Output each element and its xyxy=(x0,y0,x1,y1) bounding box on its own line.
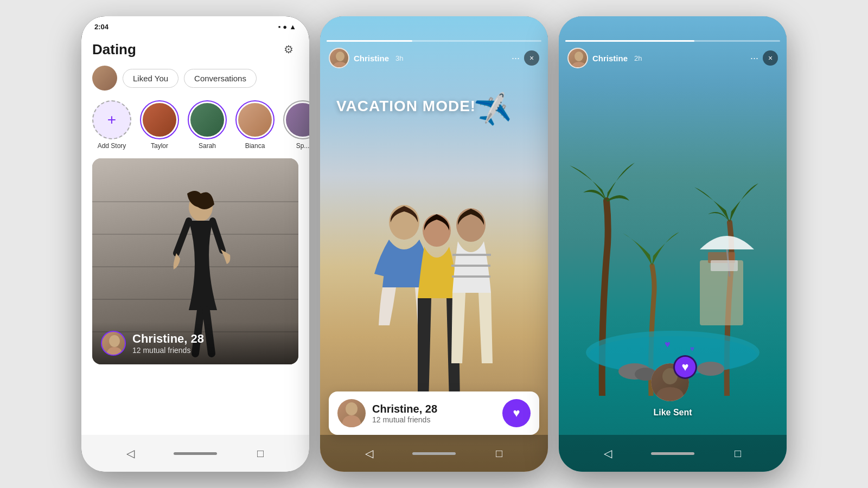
story-username-2: Christine xyxy=(354,54,389,63)
taylor-avatar-ring xyxy=(140,100,179,139)
battery-icon: ▪ xyxy=(278,23,281,31)
phone-1-screen: 2:04 ▪ ● ▲ Dating ⚙ Liked You Conversati… xyxy=(81,16,309,472)
story-user-avatar-3 xyxy=(567,48,588,68)
cabana-svg xyxy=(694,222,760,277)
add-story-avatar[interactable]: + xyxy=(92,100,131,139)
profile-card-bottom-2[interactable]: Christine, 28 12 mutual friends ♥ xyxy=(329,391,539,435)
profile-name-1: Christine, 28 xyxy=(132,332,204,346)
home-pill-3[interactable] xyxy=(651,452,694,455)
story-user-info-2: Christine 3h xyxy=(329,48,403,68)
phone-2: Christine 3h ··· × VACATION MODE! ✈️ xyxy=(320,16,548,472)
add-story-plus-icon: + xyxy=(107,112,116,127)
sarah-label: Sarah xyxy=(199,142,216,150)
dating-title: Dating xyxy=(92,41,136,58)
user-avatar[interactable] xyxy=(92,66,117,91)
story-actions-3: ··· × xyxy=(750,50,778,66)
sp-avatar xyxy=(286,103,309,137)
svg-rect-27 xyxy=(711,260,738,271)
like-sent-overlay: ♥ ♥ ♥ Like Sent xyxy=(559,358,787,418)
bianca-avatar xyxy=(238,103,272,137)
add-story-label: Add Story xyxy=(98,142,126,150)
conversations-tab[interactable]: Conversations xyxy=(184,69,257,88)
story-sp[interactable]: Sp... xyxy=(283,100,309,150)
tabs-row: Liked You Conversations xyxy=(81,63,309,97)
wifi-icon: ▲ xyxy=(289,23,296,31)
svg-line-7 xyxy=(213,221,222,251)
women-figures xyxy=(320,136,548,407)
card-info-2: Christine, 28 12 mutual friends xyxy=(372,403,496,424)
nav-bar-1: ◁ □ xyxy=(81,435,309,472)
profile-info-avatar xyxy=(101,331,126,356)
close-button-3[interactable]: × xyxy=(763,50,778,66)
story-user-avatar-2 xyxy=(329,48,349,68)
back-button-1[interactable]: ◁ xyxy=(119,442,141,464)
svg-point-17 xyxy=(336,52,344,61)
phone-3: Christine 2h ··· × ♥ ♥ xyxy=(559,16,787,472)
story-time-2: 3h xyxy=(395,54,403,62)
profile-info-bar: Christine, 28 12 mutual friends xyxy=(92,322,298,364)
story-sarah[interactable]: Sarah xyxy=(188,100,227,150)
back-button-2[interactable]: ◁ xyxy=(358,442,380,464)
liked-you-tab[interactable]: Liked You xyxy=(123,69,178,88)
phones-container: 2:04 ▪ ● ▲ Dating ⚙ Liked You Conversati… xyxy=(71,0,797,488)
sp-avatar-ring xyxy=(283,100,309,139)
status-icons-1: ▪ ● ▲ xyxy=(278,23,296,31)
taylor-label: Taylor xyxy=(151,142,168,150)
status-time-1: 2:04 xyxy=(94,23,108,31)
story-progress-fill-2 xyxy=(327,40,412,42)
floating-heart-icon-2: ♥ xyxy=(690,344,694,353)
sarah-avatar-ring xyxy=(188,100,227,139)
more-options-button-3[interactable]: ··· xyxy=(750,53,758,64)
palm-trees-svg xyxy=(559,16,787,396)
story-top-bar-2: Christine 3h ··· × xyxy=(320,43,548,73)
taylor-avatar xyxy=(143,103,176,137)
story-actions-2: ··· × xyxy=(512,50,539,66)
signal-icon: ● xyxy=(283,23,287,31)
bianca-avatar-ring xyxy=(235,100,275,139)
square-button-3[interactable]: □ xyxy=(727,442,749,464)
svg-point-28 xyxy=(575,52,583,61)
phone-3-screen: Christine 2h ··· × ♥ ♥ xyxy=(559,16,787,472)
floating-heart-icon: ♥ xyxy=(665,339,671,350)
home-pill-2[interactable] xyxy=(412,452,456,455)
phone-2-screen: Christine 3h ··· × VACATION MODE! ✈️ xyxy=(320,16,548,472)
vacation-mode-text: VACATION MODE! xyxy=(336,98,476,115)
svg-line-6 xyxy=(176,221,189,253)
nav-bar-2: ◁ □ xyxy=(320,435,548,472)
profile-card[interactable]: Christine, 28 12 mutual friends xyxy=(92,158,298,364)
profile-mutual-1: 12 mutual friends xyxy=(132,346,204,355)
card-avatar-2 xyxy=(337,399,366,427)
dating-header: Dating ⚙ xyxy=(81,34,309,63)
nav-bar-3: ◁ □ xyxy=(559,435,787,472)
like-button-2[interactable]: ♥ xyxy=(502,399,531,427)
sarah-avatar xyxy=(190,103,224,137)
status-bar-1: 2:04 ▪ ● ▲ xyxy=(81,16,309,34)
like-sent-avatar-wrap: ♥ ♥ ♥ xyxy=(651,358,694,401)
story-user-info-3: Christine 2h xyxy=(567,48,642,68)
add-story-item[interactable]: + Add Story xyxy=(92,100,131,150)
home-pill-1[interactable] xyxy=(174,452,217,455)
square-button-1[interactable]: □ xyxy=(250,442,271,464)
story-progress-2 xyxy=(327,40,541,42)
svg-point-18 xyxy=(346,402,358,415)
like-sent-label: Like Sent xyxy=(653,408,692,418)
like-sent-heart-button: ♥ xyxy=(673,355,697,379)
story-time-3: 2h xyxy=(634,54,642,62)
settings-button[interactable]: ⚙ xyxy=(279,40,298,59)
svg-point-10 xyxy=(109,335,120,347)
sp-label: Sp... xyxy=(296,142,309,150)
phone-1: 2:04 ▪ ● ▲ Dating ⚙ Liked You Conversati… xyxy=(81,16,309,472)
profile-info-text: Christine, 28 12 mutual friends xyxy=(132,332,204,355)
card-mutual-2: 12 mutual friends xyxy=(372,415,496,424)
story-bianca[interactable]: Bianca xyxy=(235,100,275,150)
more-options-button-2[interactable]: ··· xyxy=(512,53,520,64)
bianca-label: Bianca xyxy=(245,142,265,150)
square-button-2[interactable]: □ xyxy=(488,442,510,464)
back-button-3[interactable]: ◁ xyxy=(597,442,618,464)
story-taylor[interactable]: Taylor xyxy=(140,100,179,150)
story-progress-fill-3 xyxy=(565,40,694,42)
story-username-3: Christine xyxy=(592,54,628,63)
close-button-2[interactable]: × xyxy=(524,50,539,66)
card-name-2: Christine, 28 xyxy=(372,403,496,415)
stories-row: + Add Story Taylor Sarah xyxy=(81,97,309,156)
